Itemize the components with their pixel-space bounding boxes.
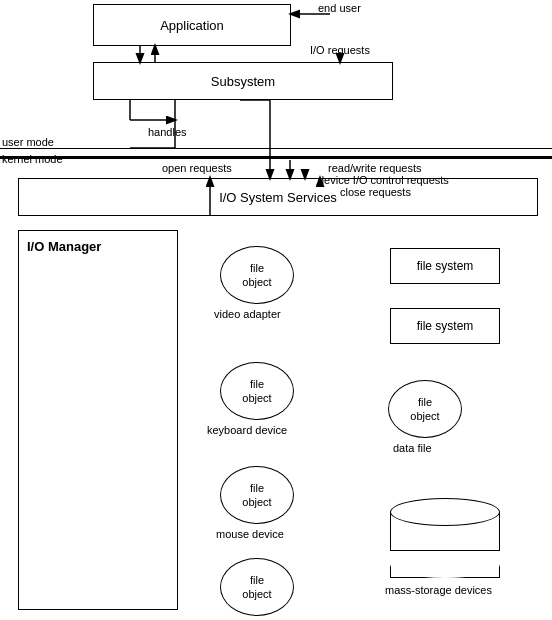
handles-label: handles [148,126,187,138]
user-mode-line [0,148,552,149]
file-object-2: fileobject [220,362,294,420]
file-system-2-label: file system [417,319,474,333]
close-requests-label: close requests [340,186,411,198]
io-system-services-box: I/O System Services [18,178,538,216]
application-box: Application [93,4,291,46]
mouse-device-label: mouse device [216,528,284,540]
kernel-mode-label: kernel mode [2,153,63,165]
mass-storage-label: mass-storage devices [385,584,492,596]
io-system-services-label: I/O System Services [219,190,337,205]
read-write-label: read/write requests [328,162,422,174]
diagram: Application Subsystem user mode kernel m… [0,0,552,620]
file-object-5: fileobject [388,380,462,438]
file-system-1-label: file system [417,259,474,273]
io-manager-label: I/O Manager [27,239,101,254]
device-io-label: device I/O control requests [318,174,449,186]
io-requests-label: I/O requests [310,44,370,56]
end-user-label: end user [318,2,361,14]
kernel-mode-line [0,156,552,159]
subsystem-label: Subsystem [211,74,275,89]
application-label: Application [160,18,224,33]
file-object-4: fileobject [220,558,294,616]
keyboard-device-label: keyboard device [207,424,287,436]
file-object-3: fileobject [220,466,294,524]
file-system-1-box: file system [390,248,500,284]
mass-storage-cylinder [390,498,500,578]
video-adapter-label: video adapter [214,308,281,320]
user-mode-label: user mode [2,136,54,148]
open-requests-label: open requests [162,162,232,174]
file-system-2-box: file system [390,308,500,344]
subsystem-box: Subsystem [93,62,393,100]
io-manager-box: I/O Manager [18,230,178,610]
data-file-label: data file [393,442,432,454]
file-object-1: fileobject [220,246,294,304]
